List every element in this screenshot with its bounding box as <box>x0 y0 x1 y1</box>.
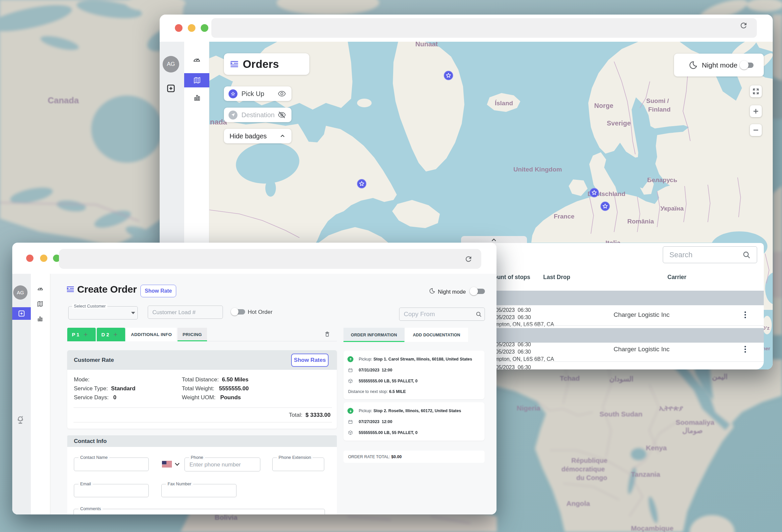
svg-text:République: République <box>571 457 607 464</box>
svg-text:România: România <box>627 218 654 225</box>
svg-text:France: France <box>554 213 574 220</box>
svg-text:du Congo: du Congo <box>576 474 607 481</box>
svg-text:Finland: Finland <box>648 106 671 113</box>
svg-text:Беларусь: Беларусь <box>647 177 677 183</box>
svg-text:Canada: Canada <box>48 96 79 105</box>
svg-text:Suomi /: Suomi / <box>646 97 669 104</box>
svg-text:Україна: Україна <box>661 205 684 212</box>
svg-text:Tchad: Tchad <box>560 374 580 382</box>
svg-text:Bolivia: Bolivia <box>215 514 238 521</box>
svg-text:اليمن: اليمن <box>712 373 728 381</box>
svg-text:صومال: صومال <box>682 427 703 435</box>
svg-text:Tanzania: Tanzania <box>631 470 661 478</box>
svg-text:Nigeria: Nigeria <box>517 404 540 412</box>
svg-text:Soomaaliya: Soomaaliya <box>676 418 714 426</box>
svg-text:Angola: Angola <box>566 500 590 507</box>
svg-text:Sverige: Sverige <box>607 119 631 127</box>
svg-text:Norge: Norge <box>594 102 613 109</box>
svg-text:ኢትዮጵያ: ኢትዮጵያ <box>659 404 683 412</box>
svg-text:السودان: السودان <box>609 375 633 383</box>
svg-text:Moçambique: Moçambique <box>631 524 673 532</box>
svg-text:South Sudan: South Sudan <box>600 410 643 418</box>
svg-text:Ísland: Ísland <box>495 100 513 107</box>
svg-text:Nunaat: Nunaat <box>415 42 438 48</box>
svg-text:United Kingdom: United Kingdom <box>513 166 562 173</box>
svg-text:Kenya: Kenya <box>646 444 667 452</box>
svg-text:démocratique: démocratique <box>561 465 605 473</box>
